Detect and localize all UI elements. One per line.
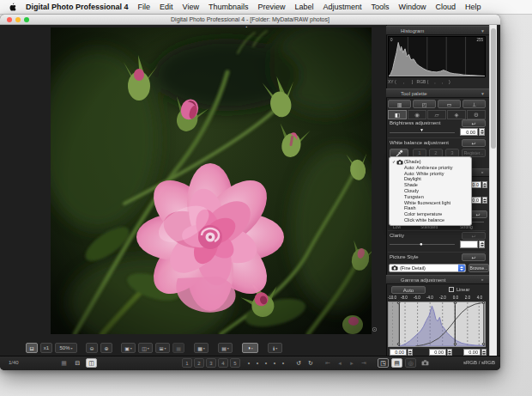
picture-style-select[interactable]: (Fine Detail) <box>389 264 466 272</box>
clarity-stepper[interactable] <box>479 241 485 248</box>
af-point-view-button[interactable]: ◳ <box>378 358 389 368</box>
menu-item-file[interactable]: File <box>138 3 151 11</box>
menu-item-preview[interactable]: Preview <box>257 3 285 11</box>
dust-delete-button[interactable]: ⊥ <box>462 100 486 108</box>
close-button[interactable] <box>7 17 12 22</box>
collapse-icon[interactable]: ▼ <box>481 91 485 96</box>
tool-palette-header[interactable]: Tool palette▼ <box>386 88 489 98</box>
next-image-button[interactable]: ▸ <box>347 358 357 368</box>
fine-tune-header-fragment[interactable]: » <box>472 168 489 177</box>
wb-option-shade[interactable]: Shade <box>390 182 471 188</box>
rating-star-4[interactable]: • <box>270 358 279 368</box>
menu-item-cloud[interactable]: Cloud <box>436 3 456 11</box>
edit-mode-button[interactable]: ▥ <box>388 100 411 108</box>
fine-tune-stepper-2[interactable] <box>482 197 487 204</box>
first-image-button[interactable]: ⇤ <box>323 358 333 368</box>
apple-icon[interactable] <box>9 3 16 12</box>
panel-scrollbar[interactable] <box>489 25 497 356</box>
rating-star-3[interactable]: • <box>262 358 270 368</box>
gamma-white-stepper[interactable] <box>481 349 487 356</box>
photo-preview-rose[interactable] <box>51 27 372 334</box>
scrollbar-thumb[interactable] <box>491 28 496 149</box>
tab-color-adjustment[interactable]: ◈ <box>447 110 466 119</box>
tone-adjustment-button[interactable]: ◑▾ <box>242 343 258 353</box>
maximize-button[interactable] <box>24 17 29 22</box>
wb-option-cloudy[interactable]: Cloudy <box>390 188 471 194</box>
brightness-slider-thumb[interactable]: ▼ <box>420 128 424 132</box>
picture-style-browse-button[interactable]: Browse... <box>469 264 489 272</box>
actual-size-button[interactable]: x1 <box>40 343 52 353</box>
zoom-out-button[interactable]: ⊖ <box>86 343 98 353</box>
fit-to-window-button[interactable]: ⊡ <box>26 343 38 353</box>
linear-checkbox[interactable] <box>449 287 454 292</box>
zoom-level-dropdown[interactable]: 50%▾ <box>55 343 77 353</box>
menu-item-window[interactable]: Window <box>399 3 426 11</box>
gamma-white-value-field[interactable]: 0.00 <box>463 349 481 356</box>
horizontal-layout-button[interactable]: ⊟ <box>72 358 83 368</box>
menu-item-adjustment[interactable]: Adjustment <box>323 3 362 11</box>
double-chevron-icon[interactable]: » <box>481 172 487 174</box>
menu-app-name[interactable]: Digital Photo Professional 4 <box>26 3 129 11</box>
checkmark-4-button[interactable]: 4 <box>218 358 228 368</box>
compare-view-button[interactable]: ▦ <box>172 343 184 353</box>
rating-star-1[interactable]: • <box>245 358 253 368</box>
crop-button[interactable]: ◰ <box>413 100 436 108</box>
minimize-button[interactable] <box>15 17 21 22</box>
brightness-reset-button[interactable]: ↩ <box>462 119 486 127</box>
thumbnail-grid-button[interactable]: ▦▾ <box>194 343 209 353</box>
wb-option-click-white-balance[interactable]: Click white balance <box>390 217 471 223</box>
checkmark-2-button[interactable]: 2 <box>194 358 204 368</box>
gamma-mid-value-field[interactable]: 0.00 <box>429 349 446 356</box>
title-bar[interactable]: Digital Photo Professional 4 - [Folder: … <box>0 15 500 25</box>
stamp-button[interactable]: ▭ <box>438 100 461 108</box>
print-button[interactable]: ▤▾ <box>218 343 233 353</box>
single-view-button[interactable]: ▣▾ <box>121 343 136 353</box>
info-button[interactable]: ℹ▾ <box>268 343 282 353</box>
menu-item-edit[interactable]: Edit <box>160 3 173 11</box>
checkmark-1-button[interactable]: 1 <box>182 358 192 368</box>
gamma-black-value-field[interactable]: 0.00 <box>390 349 407 356</box>
split-2up-view-button[interactable]: ◫▾ <box>138 343 153 353</box>
histogram-view-button[interactable]: ▤ <box>391 358 402 368</box>
brightness-value-field[interactable]: 0.00 <box>460 128 478 136</box>
wb-option-auto-white[interactable]: Auto: White priority <box>390 171 471 177</box>
grid-layout-button[interactable]: ▦ <box>58 358 70 368</box>
split-4up-view-button[interactable]: ⊞▾ <box>155 343 170 353</box>
rating-star-2[interactable]: • <box>253 358 262 368</box>
focus-check-button[interactable]: ◎ <box>405 358 416 368</box>
brightness-stepper[interactable] <box>479 128 485 136</box>
wb-option-auto-ambience[interactable]: Auto: Ambience priority <box>390 165 471 171</box>
white-balance-reset-button[interactable]: ↩ <box>462 139 486 147</box>
checkmark-3-button[interactable]: 3 <box>206 358 216 368</box>
tab-lens-correction[interactable]: ▱ <box>427 110 446 119</box>
gamma-auto-button[interactable]: Auto <box>391 286 426 294</box>
collapse-icon[interactable]: ▼ <box>481 28 485 34</box>
double-chevron-icon[interactable]: » <box>481 278 487 281</box>
clarity-reset-button[interactable]: ↩ <box>462 232 486 240</box>
rotate-left-button[interactable]: ↺ <box>293 358 304 368</box>
gamma-mid-stepper[interactable] <box>447 349 452 356</box>
picture-style-reset-button[interactable]: ↩ <box>462 253 486 261</box>
fine-tune-stepper-1[interactable] <box>482 181 487 188</box>
rating-star-5[interactable]: • <box>279 358 287 368</box>
zoom-in-button[interactable]: ⊕ <box>100 343 112 353</box>
menu-item-label[interactable]: Label <box>294 3 313 11</box>
gamma-curve-chart[interactable] <box>388 302 486 347</box>
gamma-black-stepper[interactable] <box>408 349 413 356</box>
rotate-right-button[interactable]: ↻ <box>305 358 316 368</box>
wb-option-white-fluorescent[interactable]: White fluorescent light <box>390 200 471 206</box>
camera-settings-button[interactable] <box>420 358 431 368</box>
clarity-slider-thumb[interactable]: ● <box>420 241 423 247</box>
wb-option-flash[interactable]: Flash <box>390 205 471 211</box>
tab-basic-adjustment[interactable]: ◧ <box>388 110 407 119</box>
wb-option-tungsten[interactable]: Tungsten <box>390 194 471 200</box>
previous-image-button[interactable]: ◂ <box>335 358 345 368</box>
checkmark-5-button[interactable]: 5 <box>230 358 240 368</box>
zoom-position-icon[interactable]: ⊙ <box>372 326 378 333</box>
wb-option-color-temperature[interactable]: Color temperature <box>390 211 471 217</box>
tab-tone-adjustment[interactable]: ◉ <box>408 110 426 119</box>
wb-option-daylight[interactable]: Daylight <box>390 176 471 182</box>
wb-option-shade-camera[interactable]: ✓ (Shade) <box>390 159 471 165</box>
histogram-header[interactable]: Histogram▼ <box>386 26 489 35</box>
gamma-header[interactable]: Gamma adjustment» <box>386 275 489 284</box>
